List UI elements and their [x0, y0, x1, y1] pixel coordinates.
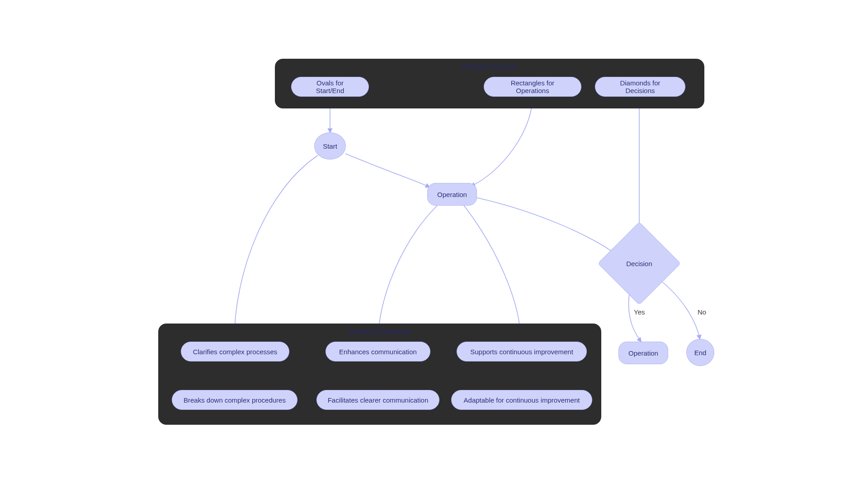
node-ovals-start-end: Ovals for Start/End	[291, 77, 369, 97]
node-benefit-adaptable: Adaptable for continuous improvement	[451, 390, 592, 410]
node-label: Clarifies complex processes	[193, 348, 278, 356]
node-benefit-supports: Supports continuous improvement	[457, 342, 587, 361]
node-benefit-breaks-down: Breaks down complex procedures	[172, 390, 297, 410]
diagram-canvas: Flowchart Symbols Ovals for Start/End Re…	[108, 59, 760, 429]
node-benefit-facilitates: Facilitates clearer communication	[316, 390, 439, 410]
group-title-benefits: Benefits of Flowcharts	[166, 328, 593, 335]
node-label: Facilitates clearer communication	[328, 396, 429, 404]
node-label: Rectangles for Operations	[494, 79, 571, 94]
node-label: Diamonds for Decisions	[605, 79, 675, 94]
group-title-symbols: Flowchart Symbols	[283, 63, 696, 70]
node-operation: Operation	[427, 183, 477, 206]
node-end: End	[686, 339, 714, 366]
node-label: Enhances communication	[339, 348, 417, 356]
node-benefit-clarifies: Clarifies complex processes	[181, 342, 289, 361]
edge-label-no: No	[698, 308, 706, 316]
node-label: Ovals for Start/End	[302, 79, 359, 94]
node-label: Operation	[437, 191, 467, 198]
node-label: Breaks down complex procedures	[184, 396, 286, 404]
node-label: Decision	[610, 234, 669, 293]
node-rectangles-operations: Rectangles for Operations	[484, 77, 581, 97]
node-label: Operation	[628, 349, 658, 357]
node-label: Start	[323, 142, 337, 150]
node-operation-yes: Operation	[618, 342, 668, 364]
node-label: End	[694, 349, 707, 357]
node-benefit-enhances: Enhances communication	[326, 342, 430, 361]
edge-label-yes: Yes	[634, 308, 645, 316]
node-diamonds-decisions: Diamonds for Decisions	[595, 77, 685, 97]
node-label: Supports continuous improvement	[470, 348, 573, 356]
node-label: Adaptable for continuous improvement	[464, 396, 580, 404]
node-decision: Decision	[610, 234, 669, 293]
node-start: Start	[314, 132, 346, 160]
